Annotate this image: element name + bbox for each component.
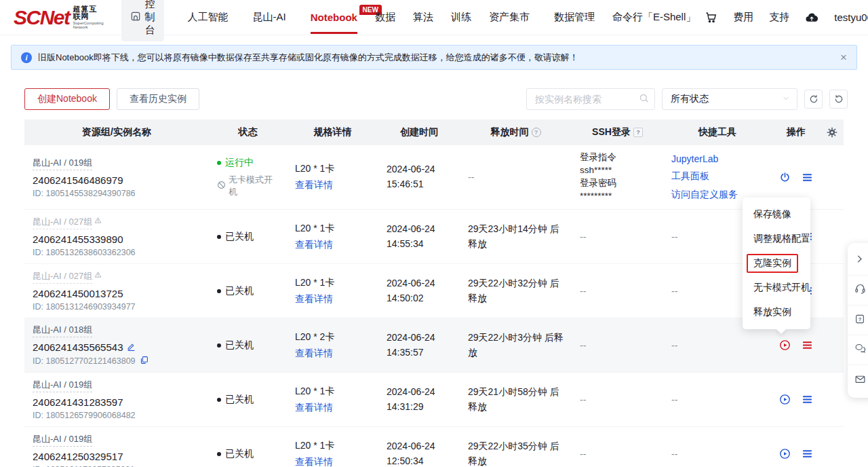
view-detail-link[interactable]: 查看详情 bbox=[295, 456, 370, 467]
view-detail-link[interactable]: 查看详情 bbox=[295, 293, 370, 305]
release-time: 29天21小时58分钟 后释放 bbox=[468, 385, 564, 414]
spec-label: L20 * 1卡 bbox=[295, 223, 370, 235]
instance-name: 2406241431283597 bbox=[33, 396, 123, 408]
nav-right-group: 费用 支持 testyu0617 bbox=[705, 11, 868, 24]
action-bar: 创建Notebook 查看历史实例 所有状态 bbox=[24, 88, 848, 110]
collapse-button[interactable] bbox=[848, 246, 868, 276]
tools-dash: -- bbox=[671, 449, 764, 460]
menu-item-no-gpu-boot[interactable]: 无卡模式开机 bbox=[743, 276, 810, 300]
console-label: 控制台 bbox=[145, 0, 155, 37]
status-dot bbox=[217, 343, 221, 348]
view-detail-link[interactable]: 查看详情 bbox=[295, 402, 370, 414]
menu-item-clone-instance[interactable]: 克隆实例 bbox=[743, 251, 810, 276]
start-icon[interactable] bbox=[779, 448, 791, 460]
tool-panel-link[interactable]: 工具面板 bbox=[671, 170, 764, 183]
resource-group[interactable]: 昆山-AI / 027组 bbox=[33, 270, 201, 284]
cloud-upload-icon[interactable] bbox=[805, 11, 818, 24]
refresh-button[interactable] bbox=[804, 90, 823, 109]
question-square-icon[interactable]: ? bbox=[633, 128, 643, 137]
gear-icon[interactable] bbox=[827, 127, 837, 138]
spec-label: L20 * 1卡 bbox=[295, 440, 370, 452]
header-spec: 规格详情 bbox=[287, 119, 378, 145]
question-circle-icon[interactable]: ? bbox=[532, 128, 541, 137]
chevron-right-icon bbox=[854, 254, 865, 267]
ssh-login-info: 登录指令 ssh***** 登录密码 ********* bbox=[580, 151, 655, 203]
resource-group-label: 昆山-AI / 019组 bbox=[33, 157, 92, 170]
resource-group[interactable]: 昆山-AI / 018组 bbox=[33, 324, 201, 337]
power-off-icon[interactable] bbox=[779, 172, 791, 183]
more-actions-icon[interactable] bbox=[802, 394, 813, 405]
copy-icon[interactable] bbox=[140, 356, 149, 367]
customer-service-button[interactable] bbox=[848, 276, 868, 305]
nav-item-data[interactable]: 数据 bbox=[375, 11, 395, 24]
menu-item-adjust-spec[interactable]: 调整规格配置 bbox=[743, 227, 810, 251]
nav-item-support[interactable]: 支持 bbox=[769, 11, 789, 24]
header-ssh: SSH登录 ? bbox=[572, 119, 663, 145]
cart-icon[interactable] bbox=[705, 11, 717, 24]
status-filter-select[interactable]: 所有状态 bbox=[662, 88, 797, 110]
status-dot bbox=[217, 235, 221, 239]
edit-pencil-icon[interactable] bbox=[127, 341, 136, 353]
ssh-login-info: -- bbox=[580, 340, 655, 351]
logo-subtitle-en2: Network bbox=[73, 25, 104, 29]
start-icon[interactable] bbox=[779, 394, 791, 405]
warning-triangle-icon bbox=[94, 216, 102, 226]
wechat-button[interactable] bbox=[848, 335, 868, 365]
scnet-logo[interactable]: SCNet 超算互联网 SuperComputing Network bbox=[14, 5, 104, 30]
view-detail-link[interactable]: 查看详情 bbox=[295, 348, 370, 360]
console-button[interactable]: 控制台 bbox=[121, 0, 164, 41]
table-row: 昆山-AI / 027组 2406241450013725 ID: 180513… bbox=[24, 264, 844, 318]
status-filter-value: 所有状态 bbox=[671, 93, 709, 105]
nav-item-training[interactable]: 训练 bbox=[451, 11, 471, 24]
jupyterlab-link[interactable]: JupyterLab bbox=[671, 153, 764, 164]
more-actions-icon[interactable] bbox=[802, 172, 813, 183]
username: testyu0617 bbox=[834, 12, 868, 23]
nav-item-ai[interactable]: 人工智能 bbox=[188, 11, 229, 24]
close-icon[interactable]: × bbox=[840, 52, 847, 63]
reset-button[interactable] bbox=[829, 90, 848, 109]
nav-item-eshell[interactable]: 命令行「E-Shell」 bbox=[612, 11, 696, 24]
user-menu[interactable]: testyu0617 bbox=[834, 12, 868, 23]
nav-item-asset-market[interactable]: 资产集市 bbox=[489, 11, 530, 24]
view-history-button[interactable]: 查看历史实例 bbox=[117, 88, 199, 110]
status-stopped: 已关机 bbox=[217, 394, 279, 406]
envelope-icon bbox=[854, 373, 866, 388]
info-icon: i bbox=[21, 52, 32, 63]
status-dot bbox=[217, 289, 221, 293]
nav-item-data-management[interactable]: 数据管理 bbox=[554, 11, 595, 24]
instance-id: ID: 1805132638603362306 bbox=[33, 248, 201, 257]
clone-instance-highlight[interactable]: 克隆实例 bbox=[747, 254, 798, 273]
resource-group[interactable]: 昆山-AI / 019组 bbox=[33, 157, 201, 170]
search-input[interactable] bbox=[526, 88, 655, 110]
header-created: 创建时间 bbox=[378, 119, 460, 145]
spec-label: L20 * 1卡 bbox=[295, 386, 370, 398]
warning-triangle-icon bbox=[94, 270, 102, 280]
nav-item-notebook[interactable]: Notebook NEW bbox=[311, 12, 357, 23]
resource-group[interactable]: 昆山-AI / 019组 bbox=[33, 433, 201, 447]
more-actions-icon[interactable] bbox=[802, 448, 813, 460]
menu-item-save-image[interactable]: 保存镜像 bbox=[743, 202, 810, 227]
status-stopped: 已关机 bbox=[217, 231, 279, 243]
resource-group[interactable]: 昆山-AI / 019组 bbox=[33, 379, 201, 392]
start-icon[interactable] bbox=[779, 339, 791, 351]
tools-dash: -- bbox=[671, 340, 764, 351]
view-detail-link[interactable]: 查看详情 bbox=[295, 239, 370, 251]
help-button[interactable]: ? bbox=[848, 305, 868, 335]
view-detail-link[interactable]: 查看详情 bbox=[295, 179, 370, 191]
logo-subtitle: 超算互联网 SuperComputing Network bbox=[73, 5, 104, 30]
more-actions-icon[interactable] bbox=[802, 339, 813, 351]
menu-item-release-instance[interactable]: 释放实例 bbox=[743, 300, 810, 324]
no-gpu-mode-icon bbox=[217, 181, 226, 191]
resource-group-label: 昆山-AI / 018组 bbox=[33, 324, 92, 337]
created-time: 2024-06-2414:55:34 bbox=[387, 222, 452, 251]
created-time: 2024-06-2414:35:57 bbox=[387, 331, 452, 360]
feedback-button[interactable] bbox=[848, 365, 868, 395]
nav-item-kunshan-ai[interactable]: 昆山-AI bbox=[253, 11, 286, 24]
resource-group[interactable]: 昆山-AI / 027组 bbox=[33, 216, 201, 229]
create-notebook-button[interactable]: 创建Notebook bbox=[24, 88, 110, 110]
nav-item-algorithm[interactable]: 算法 bbox=[413, 11, 433, 24]
nav-item-fee[interactable]: 费用 bbox=[733, 11, 753, 24]
status-dot bbox=[217, 161, 221, 165]
spec-label: L20 * 1卡 bbox=[295, 277, 370, 289]
header-ssh-label: SSH登录 bbox=[592, 126, 631, 138]
